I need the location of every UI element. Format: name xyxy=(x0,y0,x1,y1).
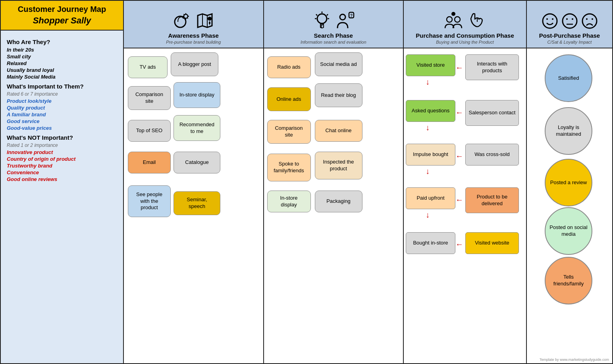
sq-visited-store: Visited store xyxy=(406,54,455,76)
purchase-subtitle: Buying and Using the Product xyxy=(436,40,494,44)
post-subtitle: C/Sat & Loyalty Impact xyxy=(547,40,592,44)
sq-salesperson-contact: Salesperson contact xyxy=(465,100,519,126)
card-read-blog: Read their blog xyxy=(315,83,362,107)
svg-point-11 xyxy=(317,14,327,23)
awareness-header: Awareness Phase Pre-purchase brand build… xyxy=(124,1,263,48)
card-instore-display-1: In-store display xyxy=(173,82,220,108)
arrow-2: ← xyxy=(455,108,463,117)
search-phase-col: ? Search Phase Information search and ev… xyxy=(264,1,404,363)
svg-point-20 xyxy=(340,14,345,20)
arrow-3: ← xyxy=(455,152,463,161)
header-subtitle: Shopper Sally xyxy=(7,15,117,26)
post-header: Post-Purchase Phase C/Sat & Loyalty Impa… xyxy=(527,1,612,48)
not-important-item-3: Trustworthy brand xyxy=(7,163,117,169)
card-chat-online: Chat online xyxy=(315,120,362,142)
important-item-1: Product look/style xyxy=(7,98,117,104)
search-subtitle: Information search and evaluation xyxy=(301,40,366,44)
arrow-down-4: ↓ xyxy=(426,210,430,220)
card-recommended: Recommended to me xyxy=(173,115,220,141)
purchase-body: Visited store Asked questions Impulse bo… xyxy=(404,48,526,363)
post-body: Satisified Loyalty is maintained Posted … xyxy=(527,48,612,363)
left-panel: Customer Journey Map Shopper Sally Who A… xyxy=(1,1,124,363)
circle-friends: Tells friends/family xyxy=(545,257,592,304)
card-comparison-site-2: Comparison site xyxy=(267,120,311,144)
main-container: Customer Journey Map Shopper Sally Who A… xyxy=(0,0,613,364)
neutral-icon xyxy=(561,12,578,30)
card-spoke-family: Spoke to family/friends xyxy=(267,154,311,181)
svg-point-24 xyxy=(455,17,460,22)
search-title: Search Phase xyxy=(314,32,353,39)
who-item-5: Mainly Social Media xyxy=(7,74,117,80)
awareness-body: TV ads A blogger post Comparison site In… xyxy=(124,48,263,363)
card-social-media-ad: Social media ad xyxy=(315,52,362,76)
not-important-sub: Rated 1 or 2 importance xyxy=(7,143,117,148)
important-item-3: A familiar brand xyxy=(7,112,117,117)
sq-product-delivered: Product to be delivered xyxy=(465,187,519,213)
svg-point-33 xyxy=(572,18,573,20)
header-title: Customer Journey Map xyxy=(7,5,117,14)
sq-paid-upfront: Paid upfront xyxy=(406,187,455,209)
important-sub: Rated 6 or 7 importance xyxy=(7,91,117,97)
card-blogger-post: A blogger post xyxy=(171,52,218,76)
not-important-item-4: Convenience xyxy=(7,169,117,175)
awareness-phase-col: Awareness Phase Pre-purchase brand build… xyxy=(124,1,264,363)
who-item-3: Relaxed xyxy=(7,60,117,66)
svg-point-37 xyxy=(592,18,593,20)
who-item-4: Usually brand loyal xyxy=(7,67,117,73)
card-inspected: Inspected the product xyxy=(315,152,362,179)
card-tv-ads: TV ads xyxy=(128,56,168,78)
arrow-down-1: ↓ xyxy=(426,77,430,87)
sq-bought-instore: Bought in-store xyxy=(406,232,455,254)
svg-line-17 xyxy=(316,14,317,15)
svg-point-32 xyxy=(566,18,568,20)
arrow-5: ← xyxy=(455,240,463,249)
awareness-icons xyxy=(172,11,214,30)
svg-line-16 xyxy=(327,14,328,15)
card-see-people: See people with the product xyxy=(128,185,171,217)
lightbulb-icon xyxy=(312,11,332,30)
search-header: ? Search Phase Information search and ev… xyxy=(264,1,403,48)
card-instore-display-2: In-store display xyxy=(267,191,311,212)
post-purchase-col: Post-Purchase Phase C/Sat & Loyalty Impa… xyxy=(527,1,612,363)
card-seminar: Seminar, speech xyxy=(173,191,220,215)
svg-point-30 xyxy=(552,18,553,20)
awareness-title: Awareness Phase xyxy=(168,32,219,39)
circle-satisfied: Satisified xyxy=(545,54,592,102)
purchase-title: Purchase and Consumption Phase xyxy=(416,32,514,39)
not-important-item-5: Good online reviews xyxy=(7,176,117,182)
svg-point-35 xyxy=(582,14,597,28)
purchase-icons xyxy=(444,11,486,30)
card-comparison-site-1: Comparison site xyxy=(128,86,171,110)
awareness-subtitle: Pre-purchase brand building xyxy=(166,40,221,44)
important-item-5: Good-value prices xyxy=(7,125,117,131)
search-icons: ? xyxy=(312,11,355,30)
question-people-icon: ? xyxy=(335,11,355,30)
map-icon xyxy=(195,11,214,30)
who-item-1: In their 20s xyxy=(7,47,117,53)
arrow-down-3: ↓ xyxy=(426,167,430,176)
svg-point-25 xyxy=(451,12,455,16)
head-gears-icon xyxy=(172,11,191,30)
important-item-4: Good service xyxy=(7,118,117,124)
important-item-2: Quality product xyxy=(7,105,117,111)
card-catalogue: Catalogue xyxy=(173,152,220,173)
who-item-2: Small city xyxy=(7,54,117,60)
sq-impulse-bought: Impulse bought xyxy=(406,144,455,166)
not-important-item-2: Country of origin of product xyxy=(7,156,117,162)
not-important-title: What's NOT Important? xyxy=(7,134,117,141)
left-header: Customer Journey Map Shopper Sally xyxy=(1,1,123,31)
svg-point-29 xyxy=(546,18,548,20)
purchase-header: Purchase and Consumption Phase Buying an… xyxy=(404,1,526,48)
left-content: Who Are They? In their 20s Small city Re… xyxy=(1,31,123,363)
search-body: Radio ads Social media ad Online ads Rea… xyxy=(264,48,403,363)
svg-point-28 xyxy=(543,14,557,28)
sq-interacts-products: Interacts with products xyxy=(465,54,519,80)
sq-asked-questions: Asked questions xyxy=(406,100,455,122)
svg-point-31 xyxy=(563,14,577,28)
card-online-ads: Online ads xyxy=(267,87,311,111)
svg-line-6 xyxy=(184,14,185,15)
svg-line-7 xyxy=(187,18,188,19)
arrow-down-2: ↓ xyxy=(426,123,430,132)
who-title: Who Are They? xyxy=(7,39,117,45)
hand-wave-icon xyxy=(467,11,486,30)
